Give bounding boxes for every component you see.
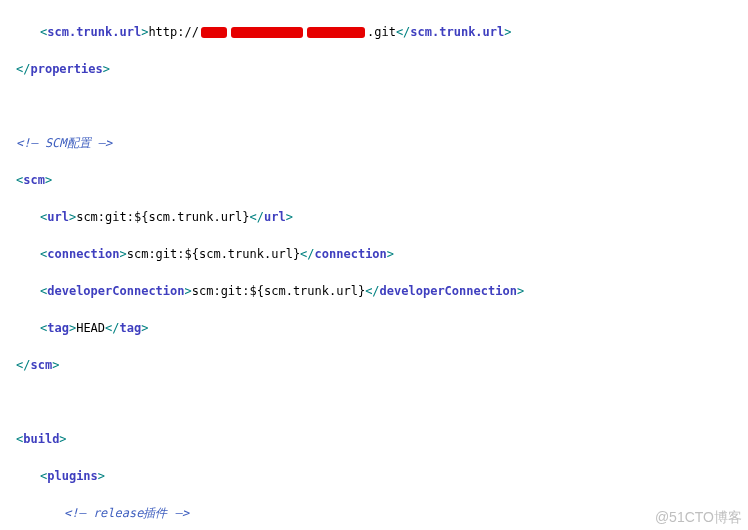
xml-line: </scm>	[16, 356, 748, 375]
redaction-bar	[201, 27, 227, 38]
watermark-label: @51CTO博客	[655, 508, 742, 527]
redaction-bar	[307, 27, 365, 38]
xml-line: <url>scm:git:${scm.trunk.url}</url>	[16, 208, 748, 227]
xml-line: <connection>scm:git:${scm.trunk.url}</co…	[16, 245, 748, 264]
xml-line: </properties>	[16, 60, 748, 79]
code-block: <scm.trunk.url>http://.git</scm.trunk.ur…	[0, 0, 748, 530]
comment-line: <!— release插件 —>	[16, 504, 748, 523]
blank-line	[16, 393, 748, 412]
xml-line: <plugins>	[16, 467, 748, 486]
xml-line: <scm.trunk.url>http://.git</scm.trunk.ur…	[16, 23, 748, 42]
comment-line: <!— SCM配置 —>	[16, 134, 748, 153]
blank-line	[16, 97, 748, 116]
xml-line: <build>	[16, 430, 748, 449]
xml-line: <developerConnection>scm:git:${scm.trunk…	[16, 282, 748, 301]
xml-line: <scm>	[16, 171, 748, 190]
redaction-bar	[231, 27, 303, 38]
xml-line: <tag>HEAD</tag>	[16, 319, 748, 338]
